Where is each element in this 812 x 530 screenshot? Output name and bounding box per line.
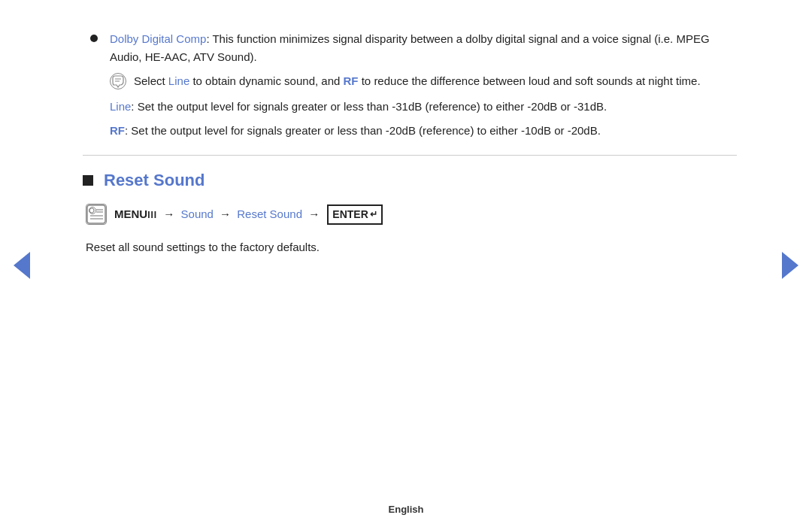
page-footer: English — [0, 504, 812, 515]
line-def-label: Line — [110, 100, 131, 113]
rf-def-row: RF: Set the output level for signals gre… — [110, 122, 737, 140]
content-area: Dolby Digital Comp: This function minimi… — [83, 23, 737, 256]
note-end: to reduce the difference between loud an… — [359, 74, 701, 87]
arrow3: → — [308, 207, 323, 220]
enter-box: ENTER↵ — [327, 204, 382, 225]
menu-path-row: MENUIII → Sound → Reset Sound → ENTER↵ — [86, 204, 737, 225]
line-def-row: Line: Set the output level for signals g… — [110, 98, 737, 116]
dolby-term: Dolby Digital Comp — [110, 32, 206, 45]
note-rf-link: RF — [344, 74, 359, 87]
note-row: Select Line to obtain dynamic sound, and… — [110, 72, 737, 90]
rf-def-label: RF — [110, 124, 125, 137]
page-container: Dolby Digital Comp: This function minimi… — [0, 0, 812, 530]
dolby-section: Dolby Digital Comp: This function minimi… — [83, 30, 737, 140]
rf-def-text: : Set the output level for signals great… — [125, 124, 601, 137]
arrow1: → — [163, 207, 177, 220]
menu-path-text: MENUIII → Sound → Reset Sound → ENTER↵ — [114, 204, 383, 225]
description-text: Reset all sound settings to the factory … — [86, 238, 737, 256]
svg-point-3 — [89, 208, 94, 213]
svg-rect-2 — [87, 205, 105, 223]
menu-keyword: MENU — [114, 207, 147, 220]
heading-square — [83, 175, 93, 186]
note-select: Select — [134, 74, 168, 87]
enter-label: ENTER — [332, 207, 368, 223]
note-line-link: Line — [168, 74, 189, 87]
bullet-dot — [90, 35, 98, 42]
note-icon — [110, 73, 126, 89]
footer-language: English — [389, 504, 424, 515]
sound-link: Sound — [181, 207, 214, 220]
note-mid: to obtain dynamic sound, and — [189, 74, 343, 87]
note-text: Select Line to obtain dynamic sound, and… — [134, 72, 737, 90]
reset-sound-heading: Reset Sound — [83, 171, 737, 190]
bullet-row: Dolby Digital Comp: This function minimi… — [90, 30, 737, 66]
enter-arrow-icon: ↵ — [370, 207, 377, 221]
reset-sound-title: Reset Sound — [104, 171, 205, 190]
section-divider — [83, 155, 737, 156]
bullet-text: Dolby Digital Comp: This function minimi… — [110, 30, 737, 66]
arrow2: → — [220, 207, 234, 220]
reset-link: Reset Sound — [237, 207, 302, 220]
menu-icon — [86, 204, 107, 225]
line-def-text: : Set the output level for signals great… — [131, 100, 607, 113]
menu-bars: III — [147, 210, 157, 220]
